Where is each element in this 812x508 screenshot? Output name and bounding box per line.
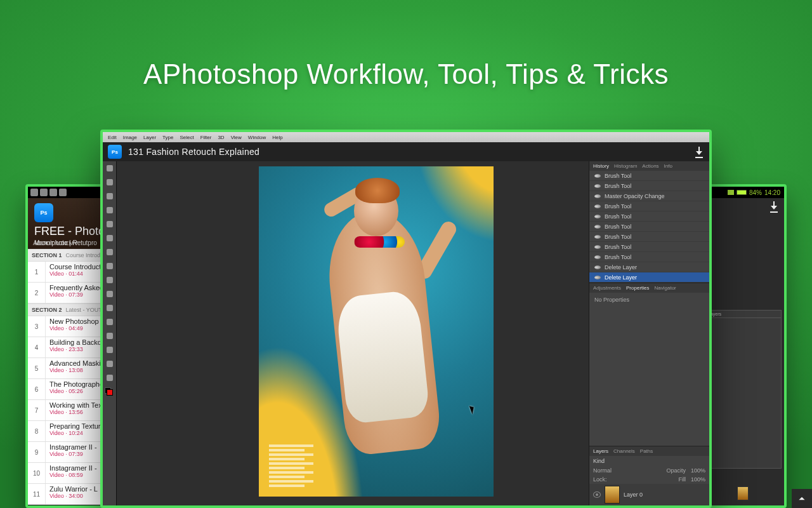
panel-tabs-properties[interactable]: AdjustmentsPropertiesNavigator — [589, 283, 709, 293]
panel-header: Layers — [706, 311, 781, 318]
panel-tab[interactable]: Layers — [593, 448, 608, 454]
panel-tab[interactable]: Adjustments — [593, 285, 621, 291]
app-badge-icon: Ps — [108, 145, 122, 159]
tool-button[interactable] — [103, 273, 116, 287]
color-swatches[interactable] — [105, 387, 115, 398]
download-icon[interactable] — [694, 147, 704, 157]
panel-tab[interactable]: Channels — [613, 448, 635, 454]
brush-icon — [594, 215, 601, 218]
menu-item[interactable]: Image — [123, 135, 137, 140]
panel-tab[interactable]: Properties — [626, 285, 649, 291]
video-title: 131 Fashion Retouch Explained — [128, 147, 688, 157]
photo-figure — [355, 178, 400, 203]
tool-button[interactable] — [103, 217, 116, 231]
tool-button[interactable] — [103, 175, 116, 189]
opacity-value[interactable]: 100% — [691, 467, 705, 474]
blend-mode[interactable]: Normal — [593, 467, 612, 474]
visibility-icon[interactable] — [593, 491, 601, 498]
tool-icon — [107, 249, 113, 255]
history-item[interactable]: Brush Tool — [589, 181, 709, 191]
history-item[interactable]: Brush Tool — [589, 201, 709, 211]
history-item[interactable]: Brush Tool — [589, 211, 709, 222]
tool-icon — [107, 277, 113, 283]
panel-tab[interactable]: History — [593, 163, 609, 169]
menu-item[interactable]: Filter — [200, 135, 212, 140]
history-item-label: Brush Tool — [605, 244, 631, 250]
history-item[interactable]: Brush Tool — [589, 242, 709, 252]
app-badge-icon: Ps — [34, 203, 53, 222]
tab-about[interactable]: ABOUT UDEMY — [33, 240, 78, 246]
history-item-label: Master Opacity Change — [605, 193, 665, 199]
tool-button[interactable] — [103, 203, 116, 217]
brush-icon — [594, 225, 601, 229]
menu-item[interactable]: View — [231, 135, 242, 140]
tool-button[interactable] — [103, 315, 116, 329]
history-item[interactable]: Brush Tool — [589, 222, 709, 232]
layer-row[interactable]: Layer 0 — [589, 484, 709, 505]
scroll-top-button[interactable] — [792, 489, 812, 508]
tool-icon — [107, 165, 113, 171]
layers-panel-fragment: Layers — [705, 310, 782, 469]
app-menu-bar: EditImageLayerTypeSelectFilter3DViewWind… — [103, 132, 709, 142]
tool-button[interactable] — [103, 245, 116, 259]
lesson-number: 6 — [28, 379, 46, 399]
brush-icon — [594, 245, 601, 249]
tool-button[interactable] — [103, 343, 116, 357]
brush-icon — [594, 184, 601, 188]
layer-thumb — [737, 486, 749, 500]
tool-button[interactable] — [103, 357, 116, 371]
panel-tabs-history[interactable]: HistoryHistogramActionsInfo — [589, 161, 709, 171]
history-item-label: Brush Tool — [605, 203, 631, 210]
panel-tab[interactable]: Histogram — [614, 163, 637, 169]
signal-icon — [728, 190, 734, 195]
menu-item[interactable]: Window — [248, 135, 266, 140]
history-item-label: Brush Tool — [605, 234, 631, 240]
panel-tab[interactable]: Paths — [640, 448, 653, 454]
history-item[interactable]: Brush Tool — [589, 171, 709, 181]
tool-button[interactable] — [103, 287, 116, 301]
opacity-label: Opacity — [666, 467, 686, 474]
layers-blend-row[interactable]: Normal Opacity 100% — [589, 466, 709, 475]
menu-item[interactable]: 3D — [218, 135, 224, 140]
menu-item[interactable]: Select — [180, 135, 193, 140]
menu-item[interactable]: Edit — [108, 135, 117, 140]
history-item[interactable]: Master Opacity Change — [589, 191, 709, 201]
brush-icon — [594, 235, 601, 239]
panel-tab[interactable]: Info — [664, 163, 672, 169]
history-panel[interactable]: Brush ToolBrush ToolMaster Opacity Chang… — [589, 171, 709, 283]
tool-button[interactable] — [103, 329, 116, 343]
layers-lock-row[interactable]: Lock: Fill 100% — [589, 475, 709, 484]
menu-item[interactable]: Type — [162, 135, 173, 140]
tool-button[interactable] — [103, 161, 116, 175]
document-canvas[interactable] — [259, 166, 494, 497]
lesson-number: 8 — [28, 421, 46, 441]
panel-tab[interactable]: Navigator — [655, 285, 676, 291]
menu-item[interactable]: Help — [272, 135, 282, 140]
tool-button[interactable] — [103, 189, 116, 203]
download-icon[interactable] — [769, 201, 779, 211]
tool-icon — [107, 305, 113, 311]
lock-label: Lock: — [593, 476, 607, 483]
tool-button[interactable] — [103, 259, 116, 273]
tool-button[interactable] — [103, 301, 116, 315]
fill-value[interactable]: 100% — [691, 476, 705, 483]
history-item[interactable]: Delete Layer — [589, 262, 709, 272]
menu-item[interactable]: Layer — [143, 135, 156, 140]
tool-icon — [107, 207, 113, 213]
panel-tabs-layers[interactable]: LayersChannelsPaths — [589, 446, 709, 456]
lesson-number: 4 — [28, 337, 46, 358]
history-item[interactable]: Brush Tool — [589, 232, 709, 242]
tool-icon — [107, 193, 113, 199]
lesson-number: 7 — [28, 400, 46, 420]
layers-filter-row[interactable]: Kind — [589, 456, 709, 466]
tool-button[interactable] — [103, 371, 116, 385]
history-item[interactable]: Brush Tool — [589, 252, 709, 262]
section-label: SECTION 2 — [32, 307, 62, 313]
layer-name[interactable]: Layer 0 — [624, 491, 643, 498]
kind-label: Kind — [593, 458, 605, 464]
panel-tab[interactable]: Actions — [642, 163, 658, 169]
tool-strip[interactable] — [103, 161, 117, 505]
brush-icon — [594, 194, 601, 198]
tool-button[interactable] — [103, 231, 116, 245]
history-item[interactable]: Delete Layer — [589, 272, 709, 283]
